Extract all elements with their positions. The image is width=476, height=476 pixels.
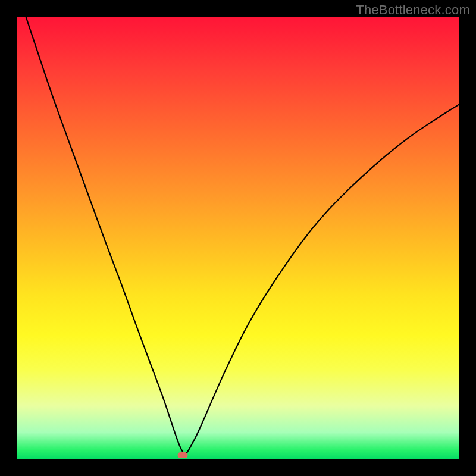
curve-path — [26, 17, 459, 453]
optimum-marker — [178, 452, 188, 458]
chart-frame: TheBottleneck.com — [0, 0, 476, 476]
plot-area — [17, 17, 459, 459]
watermark-text: TheBottleneck.com — [356, 2, 470, 18]
bottleneck-curve — [17, 17, 459, 459]
